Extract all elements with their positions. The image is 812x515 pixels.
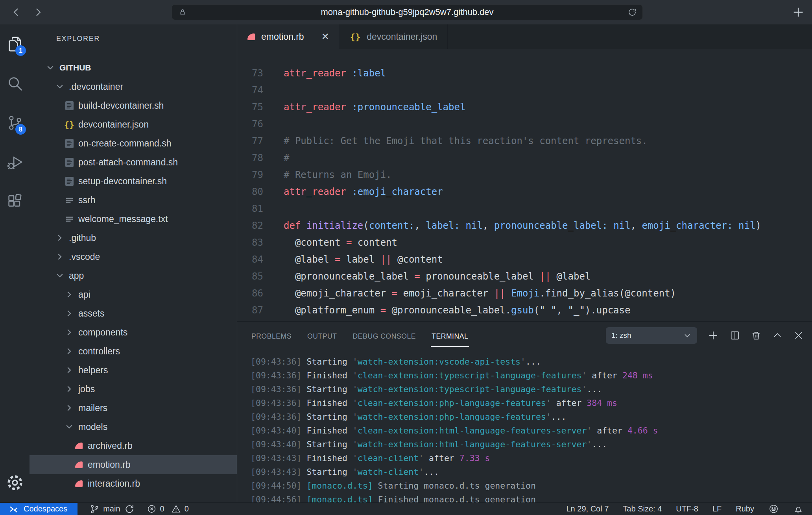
code-line-88[interactable]: 88 bbox=[237, 319, 812, 321]
git-branch-icon bbox=[89, 504, 100, 514]
forward-button[interactable] bbox=[32, 6, 44, 18]
new-terminal-icon[interactable] bbox=[707, 330, 719, 341]
code-line-86[interactable]: 86 @emoji_character = emoji_character ||… bbox=[237, 285, 812, 302]
tree-item-helpers[interactable]: helpers bbox=[30, 361, 237, 380]
close-panel-icon[interactable] bbox=[793, 330, 804, 341]
panel-tab-terminal[interactable]: TERMINAL bbox=[431, 328, 469, 345]
status-right: Ln 29, Col 7Tab Size: 4UTF-8LFRuby bbox=[566, 504, 812, 514]
branch-label: main bbox=[103, 504, 120, 513]
editor-tab-emotion.rb[interactable]: emotion.rb✕ bbox=[237, 24, 340, 49]
reload-icon[interactable] bbox=[627, 7, 637, 17]
tree-item-models[interactable]: models bbox=[30, 417, 237, 436]
url-bar[interactable]: mona-github-github-g59jpq2w5w7.github.de… bbox=[172, 4, 643, 20]
shell-select-label: 1: zsh bbox=[611, 331, 683, 340]
tree-item-on-create-command.sh[interactable]: on-create-command.sh bbox=[30, 134, 237, 153]
tree-item-label: .devcontainer bbox=[69, 82, 123, 92]
tree-item-components[interactable]: components bbox=[30, 323, 237, 342]
close-tab-icon[interactable]: ✕ bbox=[321, 31, 329, 42]
tree-item-jobs[interactable]: jobs bbox=[30, 380, 237, 398]
tree-item-post-attach-command.sh[interactable]: post-attach-command.sh bbox=[30, 153, 237, 172]
tree-item-devcontainer.json[interactable]: {}devcontainer.json bbox=[30, 115, 237, 134]
status-cursor-position[interactable]: Ln 29, Col 7 bbox=[566, 504, 609, 513]
status-language-mode[interactable]: Ruby bbox=[736, 504, 754, 513]
chevron-down-icon bbox=[55, 270, 65, 281]
json-file-icon: {} bbox=[350, 32, 361, 42]
gear-icon bbox=[6, 474, 24, 492]
code-line-73[interactable]: 73attr_reader :label bbox=[237, 65, 812, 82]
sync-icon bbox=[124, 504, 135, 515]
chevron-right-icon bbox=[64, 289, 74, 300]
tree-item-interaction.rb[interactable]: interaction.rb bbox=[30, 474, 237, 493]
tree-item-assets[interactable]: assets bbox=[30, 304, 237, 323]
tree-item-GITHUB[interactable]: GITHUB bbox=[30, 58, 237, 77]
tree-item-archived.rb[interactable]: archived.rb bbox=[30, 436, 237, 455]
code-line-75[interactable]: 75attr_reader :pronounceable_label bbox=[237, 98, 812, 115]
tree-item-build-devcontainer.sh[interactable]: build-devcontainer.sh bbox=[30, 96, 237, 115]
tree-item-.github[interactable]: .github bbox=[30, 228, 237, 247]
tab-label: devcontainer.json bbox=[367, 31, 437, 42]
line-number: 86 bbox=[237, 288, 263, 299]
activity-extensions[interactable] bbox=[0, 182, 30, 221]
notifications-bell-icon[interactable] bbox=[793, 504, 803, 514]
branch-indicator[interactable]: main bbox=[89, 504, 135, 515]
code-line-82[interactable]: 82def initialize(content:, label: nil, p… bbox=[237, 217, 812, 234]
remote-indicator-icon bbox=[9, 504, 19, 514]
tree-item-.devcontainer[interactable]: .devcontainer bbox=[30, 77, 237, 96]
tree-item-welcome_message.txt[interactable]: welcome_message.txt bbox=[30, 209, 237, 228]
panel-tab-debug-console[interactable]: DEBUG CONSOLE bbox=[352, 328, 417, 345]
problems-indicator[interactable]: 0 0 bbox=[147, 504, 189, 514]
activity-search[interactable] bbox=[0, 64, 30, 103]
chevron-up-icon[interactable] bbox=[772, 330, 783, 341]
tree-item-label: post-attach-command.sh bbox=[78, 157, 178, 168]
code-line-84[interactable]: 84 @label = label || @content bbox=[237, 251, 812, 268]
tree-item-label: GITHUB bbox=[59, 63, 91, 72]
editor-tabbar: emotion.rb✕{}devcontainer.json bbox=[237, 24, 812, 49]
tree-item-controllers[interactable]: controllers bbox=[30, 342, 237, 361]
terminal-shell-select[interactable]: 1: zsh bbox=[606, 327, 697, 344]
status-encoding[interactable]: UTF-8 bbox=[676, 504, 698, 513]
codespaces-button[interactable]: Codespaces bbox=[0, 503, 78, 515]
code-line-80[interactable]: 80attr_reader :emoji_character bbox=[237, 183, 812, 200]
code-line-79[interactable]: 79# Returns an Emoji. bbox=[237, 166, 812, 183]
tree-item-label: on-create-command.sh bbox=[78, 138, 172, 149]
settings-button[interactable] bbox=[0, 469, 30, 497]
code-line-85[interactable]: 85 @pronounceable_label = pronounceable_… bbox=[237, 268, 812, 285]
activity-run-debug[interactable] bbox=[0, 143, 30, 182]
warning-count: 0 bbox=[185, 504, 189, 513]
url-text: mona-github-github-g59jpq2w5w7.github.de… bbox=[187, 7, 627, 17]
tree-item-api[interactable]: api bbox=[30, 285, 237, 304]
tree-item-setup-devcontainer.sh[interactable]: setup-devcontainer.sh bbox=[30, 172, 237, 191]
tree-item-label: .vscode bbox=[69, 252, 100, 262]
terminal-output[interactable]: [09:43:36] Starting 'watch-extension:vsc… bbox=[237, 351, 812, 502]
panel-tab-problems[interactable]: PROBLEMS bbox=[251, 328, 292, 345]
code-line-74[interactable]: 74 bbox=[237, 82, 812, 98]
split-terminal-icon[interactable] bbox=[729, 330, 740, 341]
status-tab-size[interactable]: Tab Size: 4 bbox=[623, 504, 662, 513]
code-line-81[interactable]: 81 bbox=[237, 200, 812, 217]
feedback-smiley-icon[interactable] bbox=[768, 504, 779, 514]
tree-item-.vscode[interactable]: .vscode bbox=[30, 247, 237, 266]
tree-item-label: jobs bbox=[78, 384, 95, 395]
code-line-87[interactable]: 87 @platform_enum = @pronounceable_label… bbox=[237, 302, 812, 319]
code-line-77[interactable]: 77# Public: Get the Emoji that this reac… bbox=[237, 132, 812, 149]
tab-label: emotion.rb bbox=[261, 31, 304, 42]
code-editor[interactable]: 73attr_reader :label7475attr_reader :pro… bbox=[237, 49, 812, 321]
code-line-83[interactable]: 83 @content = content bbox=[237, 234, 812, 251]
status-eol[interactable]: LF bbox=[712, 504, 722, 513]
code-line-78[interactable]: 78# bbox=[237, 149, 812, 166]
chevron-down-icon bbox=[64, 422, 74, 432]
tree-item-ssrh[interactable]: ssrh bbox=[30, 191, 237, 209]
chevron-down-icon bbox=[45, 63, 55, 73]
tree-item-mailers[interactable]: mailers bbox=[30, 398, 237, 417]
tree-item-app[interactable]: app bbox=[30, 266, 237, 285]
tree-item-emotion.rb[interactable]: emotion.rb bbox=[30, 455, 237, 474]
panel-tab-output[interactable]: OUTPUT bbox=[306, 328, 338, 345]
activity-explorer[interactable]: 1 bbox=[0, 24, 30, 64]
tree-item-label: models bbox=[78, 422, 107, 432]
new-tab-button[interactable] bbox=[792, 6, 805, 19]
back-button[interactable] bbox=[10, 6, 22, 18]
editor-tab-devcontainer.json[interactable]: {}devcontainer.json bbox=[340, 24, 448, 49]
code-line-76[interactable]: 76 bbox=[237, 115, 812, 132]
activity-source-control[interactable]: 8 bbox=[0, 103, 30, 143]
trash-icon[interactable] bbox=[751, 330, 762, 341]
